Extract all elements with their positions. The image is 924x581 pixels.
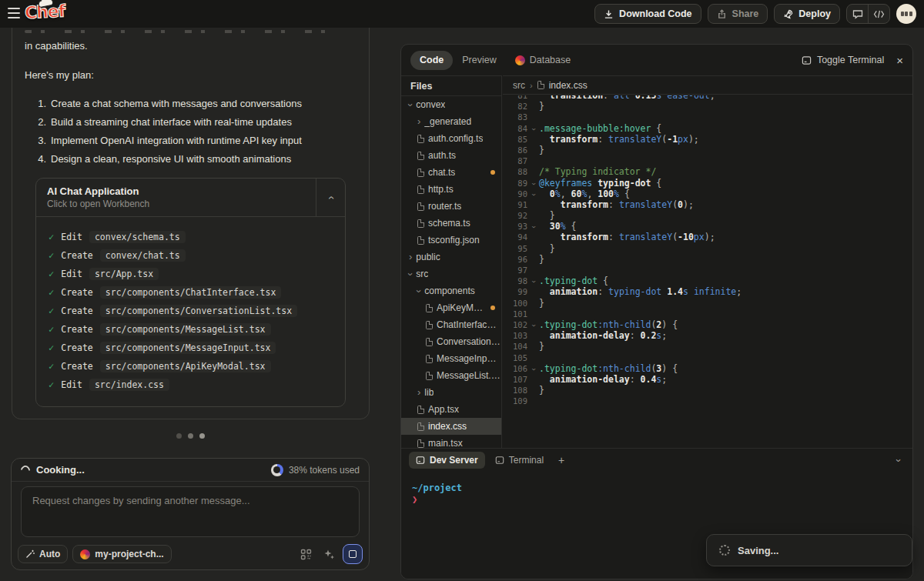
terminal-icon bbox=[416, 456, 425, 465]
plan-item: 1.Create a chat schema with messages and… bbox=[25, 95, 357, 113]
tree-file-messagelist-tsx[interactable]: MessageList.tsx bbox=[401, 367, 501, 384]
terminal-line: ❯ bbox=[412, 494, 902, 506]
breadcrumb-folder[interactable]: src bbox=[513, 80, 525, 91]
message-input[interactable]: Request changes by sending another messa… bbox=[21, 486, 360, 537]
code-line: 87 bbox=[503, 155, 912, 166]
tree-folder-lib[interactable]: ›lib bbox=[401, 384, 501, 401]
tree-folder-convex[interactable]: ›convex bbox=[401, 96, 501, 113]
tab-database[interactable]: Database bbox=[506, 51, 581, 70]
tree-file-tsconfig-json[interactable]: tsconfig.json bbox=[401, 232, 501, 249]
deploy-button[interactable]: Deploy bbox=[774, 4, 840, 24]
code-line: 81 transition: all 0.15s ease-out; bbox=[503, 95, 912, 101]
message-pager-dots[interactable] bbox=[11, 433, 370, 439]
tree-folder-generated[interactable]: ›_generated bbox=[401, 113, 501, 130]
terminal-output[interactable]: ~/project❯ bbox=[401, 472, 912, 516]
check-icon: ✓ bbox=[49, 306, 54, 316]
workbench-panel: Code Preview Database Toggle Terminal × … bbox=[400, 44, 913, 579]
cooking-status: Cooking... bbox=[36, 464, 85, 476]
tree-file-chatinterface[interactable]: ChatInterface.... bbox=[401, 316, 501, 333]
file-icon bbox=[417, 202, 424, 211]
tree-folder-src[interactable]: ›src bbox=[401, 265, 501, 282]
menu-icon[interactable] bbox=[8, 8, 20, 18]
code-line: 103 animation-delay: 0.2s; bbox=[503, 330, 912, 341]
task-item: ✓Editconvex/schema.ts bbox=[49, 228, 333, 246]
chevron-down-icon: › bbox=[414, 289, 424, 292]
tree-file-http-ts[interactable]: http.ts bbox=[401, 181, 501, 198]
tree-folder-public[interactable]: ›public bbox=[401, 249, 501, 265]
model-auto-button[interactable]: Auto bbox=[18, 545, 68, 563]
task-file-path: src/index.css bbox=[89, 379, 169, 391]
check-icon: ✓ bbox=[49, 379, 54, 390]
code-line: 90› 0%, 60%, 100% { bbox=[503, 189, 912, 199]
download-icon bbox=[604, 9, 614, 19]
stop-square-icon bbox=[349, 550, 357, 558]
clipped-text-row bbox=[25, 30, 330, 33]
collapse-card-button[interactable]: › bbox=[316, 179, 345, 216]
tree-file-messageinput[interactable]: MessageInput... bbox=[401, 350, 501, 367]
check-icon: ✓ bbox=[49, 342, 54, 353]
tree-folder-components[interactable]: ›components bbox=[401, 282, 501, 299]
breadcrumb-file[interactable]: index.css bbox=[549, 80, 588, 91]
fold-icon[interactable]: › bbox=[527, 222, 538, 233]
workbench-card-open[interactable]: AI Chat Application Click to open Workbe… bbox=[36, 179, 316, 216]
chevron-right-icon: › bbox=[530, 81, 533, 90]
task-item: ✓Createsrc/components/ChatInterface.tsx bbox=[49, 283, 333, 302]
fold-icon[interactable]: › bbox=[527, 363, 538, 375]
file-icon bbox=[417, 169, 424, 177]
saving-toast: Saving... bbox=[706, 534, 912, 566]
code-scroll-area[interactable]: 81 transition: all 0.15s ease-out;82}838… bbox=[503, 95, 912, 448]
enhance-prompt-icon[interactable] bbox=[320, 545, 338, 563]
tree-file-index-css[interactable]: index.css bbox=[401, 418, 501, 435]
tab-code[interactable]: Code bbox=[410, 51, 453, 70]
task-file-path: src/components/ChatInterface.tsx bbox=[100, 286, 282, 299]
code-line: 83 bbox=[503, 112, 912, 122]
fold-icon[interactable]: › bbox=[527, 189, 538, 200]
tree-file-apikeymodal[interactable]: ApiKeyModal... bbox=[401, 299, 501, 316]
file-icon bbox=[426, 372, 433, 380]
tab-dev-server[interactable]: Dev Server bbox=[409, 452, 485, 469]
chevron-down-icon[interactable]: › bbox=[892, 459, 904, 462]
tab-terminal[interactable]: Terminal bbox=[488, 452, 551, 469]
new-terminal-button[interactable]: + bbox=[554, 454, 569, 466]
tree-file-conversationl[interactable]: ConversationL... bbox=[401, 333, 501, 350]
tree-file-auth-ts[interactable]: auth.ts bbox=[401, 147, 501, 164]
task-file-path: src/components/MessageList.tsx bbox=[100, 323, 271, 336]
fold-icon[interactable]: › bbox=[527, 320, 538, 332]
fold-icon[interactable]: › bbox=[527, 276, 538, 288]
tree-file-schema-ts[interactable]: schema.ts bbox=[401, 215, 501, 232]
plan-item: 2.Build a streaming chat interface with … bbox=[25, 113, 357, 132]
code-brackets-icon[interactable] bbox=[869, 5, 889, 23]
feedback-bubble-icon[interactable] bbox=[847, 5, 868, 23]
task-item: ✓Editsrc/App.tsx bbox=[49, 265, 333, 283]
download-code-button[interactable]: Download Code bbox=[594, 4, 701, 24]
stop-generation-button[interactable] bbox=[343, 544, 363, 564]
check-icon: ✓ bbox=[49, 269, 54, 279]
tab-preview[interactable]: Preview bbox=[453, 51, 505, 70]
file-tree: ›convex›_generatedauth.config.tsauth.tsc… bbox=[401, 96, 501, 452]
tree-file-app-tsx[interactable]: App.tsx bbox=[401, 401, 501, 418]
fold-icon[interactable]: › bbox=[527, 178, 538, 189]
workbench-card-header: AI Chat Application Click to open Workbe… bbox=[36, 179, 345, 217]
saving-spinner-icon bbox=[719, 545, 730, 556]
feedback-icon-group bbox=[846, 4, 890, 24]
toggle-terminal-button[interactable]: Toggle Terminal bbox=[802, 55, 884, 65]
user-avatar[interactable] bbox=[896, 4, 916, 24]
code-line: 96} bbox=[503, 254, 912, 265]
project-selector-button[interactable]: my-project-ch... bbox=[72, 545, 171, 563]
tree-file-router-ts[interactable]: router.ts bbox=[401, 198, 501, 215]
chevron-down-icon: › bbox=[406, 103, 416, 106]
token-usage-ring bbox=[271, 464, 283, 476]
fold-icon[interactable]: › bbox=[527, 123, 538, 135]
code-line: 106›.typing-dot:nth-child(3) { bbox=[503, 363, 912, 374]
check-icon: ✓ bbox=[49, 232, 54, 242]
task-file-path: convex/schema.ts bbox=[89, 231, 186, 243]
tree-file-chat-ts[interactable]: chat.ts bbox=[401, 164, 501, 181]
chevron-right-icon: › bbox=[417, 116, 420, 126]
code-line: 84›.message-bubble:hover { bbox=[503, 123, 912, 134]
task-list: ✓Editconvex/schema.ts✓Createconvex/chat.… bbox=[36, 217, 345, 406]
modified-dot bbox=[490, 306, 495, 310]
snapshot-icon[interactable] bbox=[296, 545, 315, 563]
close-icon[interactable]: × bbox=[896, 54, 903, 67]
share-button[interactable]: Share bbox=[708, 4, 768, 24]
tree-file-auth-config-ts[interactable]: auth.config.ts bbox=[401, 130, 501, 147]
